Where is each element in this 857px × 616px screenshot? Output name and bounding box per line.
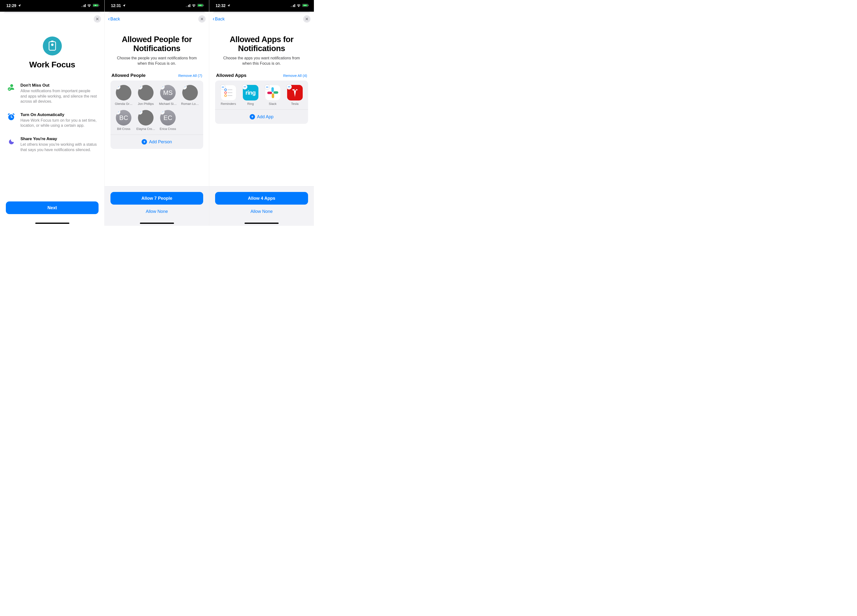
status-bar: 12:31: [105, 0, 209, 12]
svg-rect-22: [294, 4, 295, 7]
svg-rect-18: [203, 5, 204, 6]
back-button[interactable]: ‹ Back: [108, 16, 120, 22]
phone-screen-3: 12:32 ‹ Back Allowed Apps for Notificati…: [209, 0, 314, 226]
app-cell[interactable]: Slack: [262, 84, 283, 108]
moon-icon: [7, 136, 15, 145]
svg-rect-19: [291, 6, 291, 7]
add-person-button[interactable]: + Add Person: [113, 135, 201, 149]
status-time: 12:29: [6, 4, 16, 8]
status-bar: 12:29: [0, 0, 104, 12]
contact-photo: [138, 85, 153, 101]
allow-none-button[interactable]: Allow None: [215, 209, 308, 214]
back-label: Back: [110, 17, 120, 22]
home-indicator[interactable]: [244, 223, 278, 224]
person-cell[interactable]: Glenda Gr…: [113, 84, 135, 108]
allow-apps-button[interactable]: Allow 4 Apps: [215, 192, 308, 204]
svg-rect-31: [227, 95, 232, 96]
phone-screen-1: 12:29 Work Focus: [0, 0, 105, 226]
svg-point-7: [10, 84, 13, 87]
remove-all-button[interactable]: Remove All (4): [283, 73, 307, 77]
person-cell[interactable]: ECErica Cross: [157, 109, 179, 133]
app-icon: [287, 85, 303, 101]
app-cell[interactable]: ringRing: [240, 84, 261, 108]
contact-photo: [138, 110, 153, 125]
svg-rect-15: [190, 4, 190, 7]
person-name: Elayna Cro…: [136, 127, 155, 131]
close-button[interactable]: [198, 15, 206, 23]
svg-rect-3: [85, 4, 86, 7]
next-button[interactable]: Next: [6, 201, 99, 214]
svg-rect-10: [8, 113, 10, 115]
cellular-icon: [81, 4, 86, 8]
alarm-clock-icon: [7, 112, 15, 121]
location-icon: [122, 4, 126, 8]
person-cell[interactable]: Elayna Cro…: [135, 109, 157, 133]
svg-rect-34: [272, 93, 274, 98]
app-icon: [221, 85, 236, 101]
svg-rect-29: [227, 93, 232, 93]
remove-badge[interactable]: [116, 110, 121, 115]
feature-turn-on-automatically: Turn On Automatically Have Work Focus tu…: [7, 112, 97, 128]
app-cell[interactable]: Reminders: [218, 84, 239, 108]
remove-badge[interactable]: [182, 85, 187, 90]
close-button[interactable]: [94, 15, 101, 23]
close-button[interactable]: [303, 15, 311, 23]
remove-badge[interactable]: [265, 84, 270, 90]
next-button-label: Next: [48, 205, 57, 210]
page-title: Work Focus: [0, 60, 104, 69]
wifi-icon: [192, 4, 196, 8]
app-name: Tesla: [291, 102, 298, 105]
wifi-icon: [297, 4, 301, 8]
person-cell[interactable]: Roman Lo…: [179, 84, 201, 108]
person-name: Glenda Gr…: [115, 102, 133, 105]
svg-rect-1: [82, 6, 83, 7]
svg-rect-33: [273, 91, 278, 94]
person-name: Michael Si…: [159, 102, 177, 105]
chevron-left-icon: ‹: [108, 16, 110, 22]
remove-badge[interactable]: [138, 85, 142, 90]
remove-badge[interactable]: [160, 110, 165, 115]
feature-title: Share You're Away: [20, 136, 97, 141]
svg-rect-32: [271, 87, 274, 92]
svg-rect-20: [292, 6, 293, 7]
remove-badge[interactable]: [138, 110, 142, 115]
svg-rect-25: [308, 5, 309, 6]
person-cell[interactable]: BCBill Cross: [113, 109, 135, 133]
remove-badge[interactable]: [116, 85, 121, 90]
svg-rect-12: [186, 6, 187, 7]
allow-people-label: Allow 7 People: [141, 196, 172, 201]
home-indicator[interactable]: [140, 223, 174, 224]
app-cell[interactable]: Tesla: [284, 84, 306, 108]
person-name: Jon Phillips: [138, 102, 154, 105]
status-bar: 12:32: [209, 0, 314, 12]
wifi-icon: [87, 4, 91, 8]
remove-badge[interactable]: [160, 85, 165, 90]
home-indicator[interactable]: [35, 223, 70, 224]
allowed-apps-card: RemindersringRingSlackTesla + Add App: [215, 80, 308, 124]
app-name: Ring: [247, 102, 254, 105]
plus-icon: +: [250, 114, 255, 119]
remove-badge[interactable]: [286, 84, 292, 90]
svg-rect-27: [227, 90, 232, 90]
person-cell[interactable]: MSMichael Si…: [157, 84, 179, 108]
back-button[interactable]: ‹ Back: [213, 16, 224, 22]
svg-rect-6: [99, 5, 99, 6]
person-cell[interactable]: Jon Phillips: [135, 84, 157, 108]
remove-badge[interactable]: [242, 84, 248, 90]
allow-none-button[interactable]: Allow None: [110, 209, 203, 214]
battery-icon: [93, 4, 99, 8]
remove-badge[interactable]: [220, 84, 226, 90]
allow-people-button[interactable]: Allow 7 People: [110, 192, 203, 204]
feature-desc: Allow notifications from important peopl…: [20, 88, 97, 104]
svg-point-30: [224, 94, 227, 97]
svg-rect-13: [187, 6, 188, 7]
add-app-button[interactable]: + Add App: [218, 110, 306, 124]
status-time: 12:31: [111, 4, 121, 8]
remove-all-button[interactable]: Remove All (7): [178, 73, 202, 77]
allow-apps-label: Allow 4 Apps: [248, 196, 275, 201]
cellular-icon: [186, 4, 190, 8]
contact-photo: [116, 85, 131, 101]
chevron-left-icon: ‹: [213, 16, 214, 22]
phone-screen-2: 12:31 ‹ Back Allowed People for Notifica…: [105, 0, 209, 226]
app-icon: [265, 85, 280, 101]
